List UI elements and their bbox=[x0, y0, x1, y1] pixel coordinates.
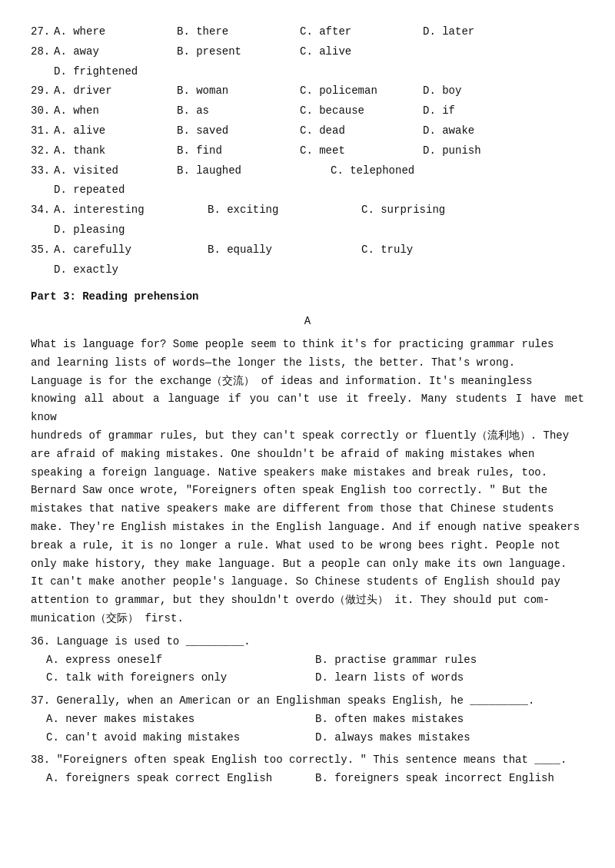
q30-b: B. as bbox=[177, 102, 300, 121]
q29-b: B. woman bbox=[177, 82, 300, 101]
q30-c: C. because bbox=[300, 102, 423, 121]
q37-a: A. never makes mistakes bbox=[46, 711, 315, 729]
q37-text: 37. Generally, when an American or an En… bbox=[31, 692, 584, 711]
question-32: 32. A. thank B. find C. meet D. punish bbox=[31, 142, 584, 161]
q29-num: 29. bbox=[31, 82, 54, 101]
passage-line-15: munication（交际） first. bbox=[31, 610, 584, 628]
q37-options: A. never makes mistakes C. can't avoid m… bbox=[31, 711, 584, 747]
passage-line-11: break a rule, it is no longer a rule. Wh… bbox=[31, 537, 584, 555]
passage-line-2: and learning lists of words—the longer t… bbox=[31, 354, 584, 373]
q31-a: A. alive bbox=[54, 122, 177, 141]
q29-a: A. driver bbox=[54, 82, 177, 101]
q37-right: B. often makes mistakes D. always makes … bbox=[315, 711, 584, 747]
q32-num: 32. bbox=[31, 142, 54, 161]
q27-d: D. later bbox=[423, 23, 546, 41]
q36-right: B. practise grammar rules D. learn lists… bbox=[315, 651, 584, 688]
passage-line-5: hundreds of grammar rules, but they can'… bbox=[31, 427, 584, 446]
q36-text: 36. Language is used to _________. bbox=[31, 633, 584, 651]
q28-b: B. present bbox=[177, 43, 300, 61]
q38-text: 38. "Foreigners often speak English too … bbox=[31, 751, 584, 770]
question-31: 31. A. alive B. saved C. dead D. awake bbox=[31, 122, 584, 141]
q36-left: A. express oneself C. talk with foreigne… bbox=[46, 651, 315, 688]
question-29: 29. A. driver B. woman C. policeman D. b… bbox=[31, 82, 584, 101]
q28-num: 28. bbox=[31, 43, 54, 61]
q30-d: D. if bbox=[423, 102, 546, 121]
question-33: 33. A. visited B. laughed C. telephoned bbox=[31, 162, 584, 181]
q33-b: B. laughed bbox=[177, 162, 331, 181]
q35-c: C. truly bbox=[361, 241, 484, 260]
question-33-extra: D. repeated bbox=[31, 181, 584, 200]
q33-d: D. repeated bbox=[54, 181, 125, 200]
q36-c: C. talk with foreigners only bbox=[46, 669, 315, 687]
q31-c: C. dead bbox=[300, 122, 423, 141]
q32-a: A. thank bbox=[54, 142, 177, 161]
passage-line-14: attention to grammar, but they shouldn't… bbox=[31, 591, 584, 610]
q38-a: A. foreigners speak correct English bbox=[46, 770, 315, 788]
q31-num: 31. bbox=[31, 122, 54, 141]
q33-c: C. telephoned bbox=[331, 162, 454, 181]
q35-d: D. exactly bbox=[54, 261, 118, 280]
passage-line-6: are afraid of making mistakes. One shoul… bbox=[31, 446, 584, 464]
question-28: 28. A. away B. present C. alive bbox=[31, 43, 584, 61]
question-27: 27. A. where B. there C. after D. later bbox=[31, 23, 584, 41]
q33-a: A. visited bbox=[54, 162, 177, 181]
q27-c: C. after bbox=[300, 23, 423, 41]
passage-line-1: What is language for? Some people seem t… bbox=[31, 336, 584, 354]
q33-num: 33. bbox=[31, 162, 54, 181]
q38-options: A. foreigners speak correct English B. f… bbox=[31, 770, 584, 788]
q32-d: D. punish bbox=[423, 142, 546, 161]
q38-right: B. foreigners speak incorrect English bbox=[315, 770, 584, 788]
q27-b: B. there bbox=[177, 23, 300, 41]
q35-num: 35. bbox=[31, 241, 54, 260]
q37-d: D. always makes mistakes bbox=[315, 729, 584, 747]
q28-d: D. frightened bbox=[54, 63, 138, 81]
q27-num: 27. bbox=[31, 23, 54, 41]
q37-b: B. often makes mistakes bbox=[315, 711, 584, 729]
passage-line-12: only make history, they make language. B… bbox=[31, 555, 584, 574]
passage-line-9: mistakes that native speakers make are d… bbox=[31, 500, 584, 518]
question-36: 36. Language is used to _________. A. ex… bbox=[31, 633, 584, 687]
question-30: 30. A. when B. as C. because D. if bbox=[31, 102, 584, 121]
q29-d: D. boy bbox=[423, 82, 546, 101]
q35-b: B. equally bbox=[208, 241, 361, 260]
passage-line-7: speaking a foreign language. Native spea… bbox=[31, 464, 584, 482]
q31-b: B. saved bbox=[177, 122, 300, 141]
q28-c: C. alive bbox=[300, 43, 423, 61]
question-35-extra: D. exactly bbox=[31, 261, 584, 280]
q30-num: 30. bbox=[31, 102, 54, 121]
q38-left: A. foreigners speak correct English bbox=[46, 770, 315, 788]
question-35: 35. A. carefully B. equally C. truly bbox=[31, 241, 584, 260]
part3-heading: Part 3: Reading prehension bbox=[31, 288, 584, 306]
q35-a: A. carefully bbox=[54, 241, 208, 260]
q36-a: A. express oneself bbox=[46, 651, 315, 670]
question-34: 34. A. interesting B. exciting C. surpri… bbox=[31, 201, 584, 220]
q38-b: B. foreigners speak incorrect English bbox=[315, 770, 584, 788]
q36-d: D. learn lists of words bbox=[315, 669, 584, 687]
q37-c: C. can't avoid making mistakes bbox=[46, 729, 315, 747]
passage-line-3: Language is for the exchange（交流） of idea… bbox=[31, 373, 584, 391]
q34-c: C. surprising bbox=[361, 201, 484, 220]
passage-body: What is language for? Some people seem t… bbox=[31, 336, 584, 628]
q29-c: C. policeman bbox=[300, 82, 423, 101]
q30-a: A. when bbox=[54, 102, 177, 121]
passage-line-10: make. They're English mistakes in the En… bbox=[31, 518, 584, 537]
question-34-extra: D. pleasing bbox=[31, 221, 584, 240]
q27-a: A. where bbox=[54, 23, 177, 41]
q36-options: A. express oneself C. talk with foreigne… bbox=[31, 651, 584, 688]
q32-c: C. meet bbox=[300, 142, 423, 161]
q34-b: B. exciting bbox=[208, 201, 361, 220]
question-38: 38. "Foreigners often speak English too … bbox=[31, 751, 584, 788]
q28-a: A. away bbox=[54, 43, 177, 61]
passage-line-4: knowing all about a language if you can'… bbox=[31, 390, 584, 427]
q31-d: D. awake bbox=[423, 122, 546, 141]
passage-title: A bbox=[31, 313, 584, 331]
question-37: 37. Generally, when an American or an En… bbox=[31, 692, 584, 747]
q34-d: D. pleasing bbox=[54, 221, 125, 240]
passage-line-13: It can't make another people's language.… bbox=[31, 573, 584, 591]
q37-left: A. never makes mistakes C. can't avoid m… bbox=[46, 711, 315, 747]
q36-b: B. practise grammar rules bbox=[315, 651, 584, 670]
q34-num: 34. bbox=[31, 201, 54, 220]
q34-a: A. interesting bbox=[54, 201, 208, 220]
q32-b: B. find bbox=[177, 142, 300, 161]
passage-line-8: Bernard Saw once wrote, "Foreigners ofte… bbox=[31, 482, 584, 500]
